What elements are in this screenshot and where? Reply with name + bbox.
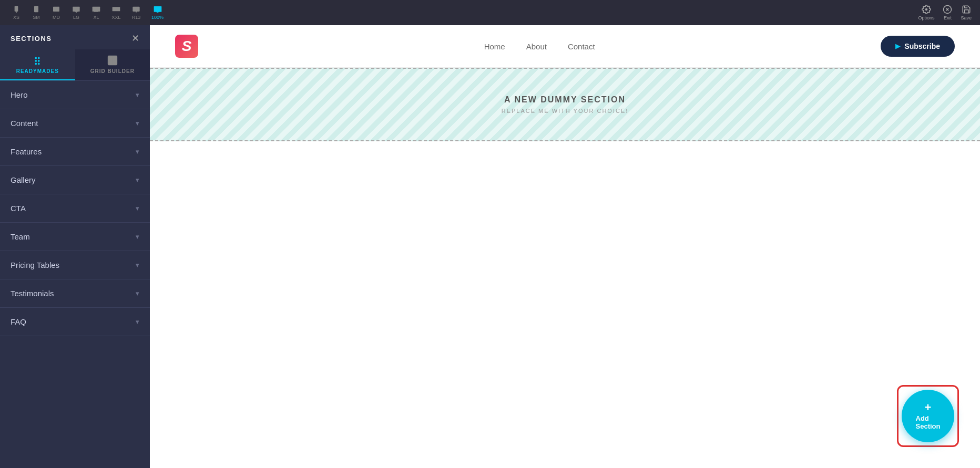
tab-readymades[interactable]: READYMADES bbox=[0, 49, 75, 80]
tab-grid-builder[interactable]: GRID BUILDER bbox=[75, 49, 150, 80]
exit-label: Exit bbox=[944, 15, 952, 20]
device-lg-label: LG bbox=[73, 15, 79, 20]
device-r13-label: R13 bbox=[132, 15, 141, 20]
svg-rect-3 bbox=[53, 7, 59, 12]
svg-point-23 bbox=[35, 63, 37, 65]
device-sm[interactable]: SM bbox=[28, 3, 44, 22]
chevron-down-icon: ▾ bbox=[136, 176, 139, 184]
save-label: Save bbox=[961, 15, 972, 20]
nav-links: Home About Contact bbox=[484, 42, 595, 51]
section-list: Hero ▾ Content ▾ Features ▾ Gallery ▾ CT… bbox=[0, 81, 150, 468]
sidebar-item-hero-label: Hero bbox=[11, 90, 28, 99]
svg-point-19 bbox=[35, 57, 37, 59]
device-xs[interactable]: XS bbox=[8, 3, 24, 22]
device-xxl-label: XXL bbox=[111, 15, 120, 20]
nav-link-about[interactable]: About bbox=[526, 42, 547, 51]
svg-rect-0 bbox=[15, 6, 18, 12]
svg-point-24 bbox=[38, 63, 40, 65]
nav-link-contact[interactable]: Contact bbox=[568, 42, 595, 51]
canvas-area: S Home About Contact ▶ Subscribe A NEW D… bbox=[150, 25, 980, 468]
sidebar-item-features-label: Features bbox=[11, 147, 42, 156]
sidebar-item-content-label: Content bbox=[11, 119, 38, 128]
sidebar-item-testimonials[interactable]: Testimonials ▾ bbox=[0, 279, 150, 308]
sidebar-item-testimonials-label: Testimonials bbox=[11, 289, 54, 298]
options-label: Options bbox=[918, 15, 934, 20]
add-section-highlight: + AddSection bbox=[897, 385, 959, 447]
sidebar-title: SECTIONS bbox=[11, 35, 52, 43]
options-button[interactable]: Options bbox=[918, 5, 934, 20]
svg-rect-2 bbox=[34, 6, 38, 12]
chevron-down-icon: ▾ bbox=[136, 261, 139, 269]
sidebar-tabs: READYMADES GRID BUILDER bbox=[0, 49, 150, 81]
save-button[interactable]: Save bbox=[961, 5, 972, 20]
sidebar-item-faq-label: FAQ bbox=[11, 317, 26, 326]
sidebar-item-gallery-label: Gallery bbox=[11, 175, 36, 184]
chevron-down-icon: ▾ bbox=[136, 204, 139, 212]
sidebar-item-pricing-tables[interactable]: Pricing Tables ▾ bbox=[0, 251, 150, 279]
svg-rect-7 bbox=[93, 7, 100, 12]
sidebar-header: SECTIONS ✕ bbox=[0, 25, 150, 49]
device-selector: XS SM MD LG XL XXL R13 bbox=[8, 3, 167, 22]
device-xl[interactable]: XL bbox=[88, 3, 104, 22]
device-xxl[interactable]: XXL bbox=[108, 3, 124, 22]
plus-icon: + bbox=[925, 402, 932, 413]
svg-rect-4 bbox=[73, 7, 79, 12]
sidebar-item-team[interactable]: Team ▾ bbox=[0, 223, 150, 251]
main-layout: SECTIONS ✕ READYMADES bbox=[0, 25, 980, 468]
subscribe-icon: ▶ bbox=[895, 43, 900, 50]
tab-readymades-label: READYMADES bbox=[16, 68, 59, 74]
top-toolbar: XS SM MD LG XL XXL R13 bbox=[0, 0, 980, 25]
sidebar-item-hero[interactable]: Hero ▾ bbox=[0, 81, 150, 109]
svg-point-21 bbox=[35, 60, 37, 62]
svg-rect-12 bbox=[154, 6, 161, 12]
chevron-down-icon: ▾ bbox=[136, 119, 139, 127]
sidebar-item-team-label: Team bbox=[11, 232, 30, 241]
chevron-down-icon: ▾ bbox=[136, 289, 139, 297]
device-100-label: 100% bbox=[151, 15, 164, 20]
exit-button[interactable]: Exit bbox=[943, 5, 952, 20]
sidebar-item-pricing-tables-label: Pricing Tables bbox=[11, 261, 59, 269]
sidebar-item-gallery[interactable]: Gallery ▾ bbox=[0, 166, 150, 194]
device-md[interactable]: MD bbox=[48, 3, 64, 22]
svg-point-20 bbox=[38, 57, 40, 59]
close-sidebar-button[interactable]: ✕ bbox=[131, 34, 139, 43]
device-xs-label: XS bbox=[13, 15, 19, 20]
device-md-label: MD bbox=[53, 15, 60, 20]
chevron-down-icon: ▾ bbox=[136, 148, 139, 155]
device-lg[interactable]: LG bbox=[68, 3, 84, 22]
svg-point-11 bbox=[136, 12, 137, 13]
tab-grid-builder-label: GRID BUILDER bbox=[90, 68, 135, 74]
add-section-button[interactable]: + AddSection bbox=[902, 390, 954, 442]
subscribe-button[interactable]: ▶ Subscribe bbox=[881, 36, 955, 57]
svg-point-22 bbox=[38, 60, 40, 62]
device-100[interactable]: 100% bbox=[148, 3, 167, 22]
chevron-down-icon: ▾ bbox=[136, 233, 139, 241]
subscribe-label: Subscribe bbox=[904, 42, 940, 50]
sidebar-item-features[interactable]: Features ▾ bbox=[0, 138, 150, 166]
sidebar-item-cta[interactable]: CTA ▾ bbox=[0, 194, 150, 223]
device-r13[interactable]: R13 bbox=[128, 3, 144, 22]
logo: S bbox=[175, 35, 198, 58]
dummy-section: A NEW DUMMY SECTION REPLACE ME WITH YOUR… bbox=[150, 68, 980, 141]
dummy-section-subtitle: REPLACE ME WITH YOUR CHOICE! bbox=[502, 108, 629, 114]
content-area bbox=[150, 141, 980, 351]
sidebar: SECTIONS ✕ READYMADES bbox=[0, 25, 150, 468]
chevron-down-icon: ▾ bbox=[136, 91, 139, 99]
svg-rect-9 bbox=[113, 7, 120, 11]
svg-rect-10 bbox=[132, 7, 139, 12]
chevron-down-icon: ▾ bbox=[136, 318, 139, 326]
device-sm-label: SM bbox=[33, 15, 40, 20]
add-section-container: + AddSection bbox=[897, 385, 959, 447]
dummy-section-title: A NEW DUMMY SECTION bbox=[504, 95, 626, 105]
device-xl-label: XL bbox=[93, 15, 99, 20]
sidebar-item-cta-label: CTA bbox=[11, 204, 26, 213]
sidebar-item-content[interactable]: Content ▾ bbox=[0, 109, 150, 138]
nav-link-home[interactable]: Home bbox=[484, 42, 505, 51]
sidebar-item-faq[interactable]: FAQ ▾ bbox=[0, 308, 150, 336]
preview-nav: S Home About Contact ▶ Subscribe bbox=[150, 25, 980, 68]
svg-point-15 bbox=[925, 8, 928, 11]
add-section-label: AddSection bbox=[916, 414, 941, 430]
website-preview: S Home About Contact ▶ Subscribe A NEW D… bbox=[150, 25, 980, 468]
toolbar-actions: Options Exit Save bbox=[918, 5, 972, 20]
